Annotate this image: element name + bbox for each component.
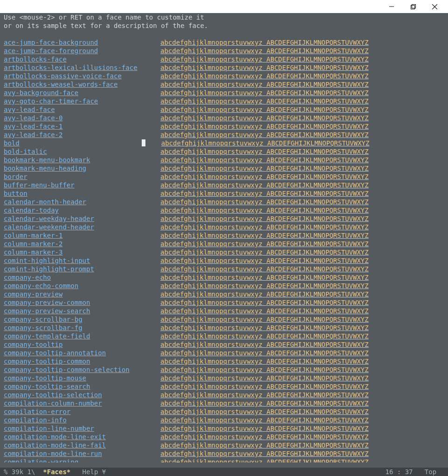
face-name-link[interactable]: comint-highlight-prompt — [4, 265, 160, 273]
face-name-link[interactable]: artbollocks-lexical-illusions-face — [4, 63, 160, 72]
minimize-button[interactable] — [381, 0, 402, 13]
face-sample-link[interactable]: abcdefghijklmnopqrstuvwxyz ABCDEFGHIJKLM… — [160, 324, 369, 332]
face-sample-link[interactable]: abcdefghijklmnopqrstuvwxyz ABCDEFGHIJKLM… — [160, 391, 369, 399]
face-sample-link[interactable]: abcdefghijklmnopqrstuvwxyz ABCDEFGHIJKLM… — [160, 97, 369, 105]
face-name-link[interactable]: company-tooltip-annotation — [4, 349, 160, 357]
face-name-link[interactable]: compilation-warning — [4, 458, 160, 462]
face-name-link[interactable]: company-tooltip — [4, 340, 160, 349]
face-name-link[interactable]: border — [4, 172, 160, 181]
face-sample-link[interactable]: abcdefghijklmnopqrstuvwxyz ABCDEFGHIJKLM… — [160, 248, 369, 256]
face-sample-link[interactable]: abcdefghijklmnopqrstuvwxyz ABCDEFGHIJKLM… — [160, 231, 369, 240]
face-sample-link[interactable]: abcdefghijklmnopqrstuvwxyz ABCDEFGHIJKLM… — [160, 55, 369, 63]
face-sample-link[interactable]: abcdefghijklmnopqrstuvwxyz ABCDEFGHIJKLM… — [160, 223, 369, 231]
face-sample-link[interactable]: abcdefghijklmnopqrstuvwxyz ABCDEFGHIJKLM… — [160, 332, 369, 340]
face-name-link[interactable]: ace-jump-face-background — [4, 38, 160, 47]
face-sample-link[interactable]: abcdefghijklmnopqrstuvwxyz ABCDEFGHIJKLM… — [160, 47, 369, 55]
face-sample-link[interactable]: abcdefghijklmnopqrstuvwxyz ABCDEFGHIJKLM… — [160, 89, 369, 97]
face-sample-link[interactable]: abcdefghijklmnopqrstuvwxyz ABCDEFGHIJKLM… — [160, 315, 369, 324]
face-name-link[interactable]: buffer-menu-buffer — [4, 181, 160, 189]
face-sample-link[interactable]: abcdefghijklmnopqrstuvwxyz ABCDEFGHIJKLM… — [160, 449, 369, 458]
face-name-link[interactable]: compilation-column-number — [4, 399, 160, 407]
face-sample-link[interactable]: abcdefghijklmnopqrstuvwxyz ABCDEFGHIJKLM… — [160, 240, 369, 248]
close-button[interactable] — [424, 0, 445, 13]
face-sample-link[interactable]: abcdefghijklmnopqrstuvwxyz ABCDEFGHIJKLM… — [160, 366, 369, 374]
face-sample-link[interactable]: abcdefghijklmnopqrstuvwxyz ABCDEFGHIJKLM… — [160, 273, 369, 282]
face-sample-link[interactable]: abcdefghijklmnopqrstuvwxyz ABCDEFGHIJKLM… — [160, 416, 369, 424]
face-name-link[interactable]: compilation-error — [4, 407, 160, 416]
face-name-link[interactable]: avy-background-face — [4, 89, 160, 97]
face-sample-link[interactable]: abcdefghijklmnopqrstuvwxyz ABCDEFGHIJKLM… — [160, 72, 369, 80]
face-sample-link[interactable]: abcdefghijklmnopqrstuvwxyz ABCDEFGHIJKLM… — [160, 407, 369, 416]
face-name-link[interactable]: calendar-weekday-header — [4, 214, 160, 223]
face-sample-link[interactable]: abcdefghijklmnopqrstuvwxyz ABCDEFGHIJKLM… — [160, 214, 369, 223]
face-sample-link[interactable]: abcdefghijklmnopqrstuvwxyz ABCDEFGHIJKLM… — [160, 164, 369, 172]
face-sample-link[interactable]: abcdefghijklmnopqrstuvwxyz ABCDEFGHIJKLM… — [160, 458, 369, 462]
face-name-link[interactable]: artbollocks-passive-voice-face — [4, 72, 160, 80]
face-name-link[interactable]: company-tooltip-common — [4, 357, 160, 366]
face-name-link[interactable]: company-tooltip-search — [4, 382, 160, 391]
face-sample-link[interactable]: abcdefghijklmnopqrstuvwxyz ABCDEFGHIJKLM… — [160, 63, 369, 72]
face-sample-link[interactable]: abcdefghijklmnopqrstuvwxyz ABCDEFGHIJKLM… — [160, 105, 369, 114]
face-name-link[interactable]: compilation-info — [4, 416, 160, 424]
face-name-link[interactable]: compilation-mode-line-run — [4, 449, 160, 458]
face-sample-link[interactable]: abcdefghijklmnopqrstuvwxyz ABCDEFGHIJKLM… — [160, 206, 369, 214]
face-name-link[interactable]: calendar-today — [4, 206, 160, 214]
face-sample-link[interactable]: abcdefghijklmnopqrstuvwxyz ABCDEFGHIJKLM… — [160, 147, 369, 156]
face-name-link[interactable]: compilation-mode-line-fail — [4, 441, 160, 449]
face-name-link[interactable]: company-scrollbar-fg — [4, 324, 160, 332]
face-name-link[interactable]: bold-italic — [4, 147, 160, 156]
face-name-link[interactable]: ace-jump-face-foreground — [4, 47, 160, 55]
face-sample-link[interactable]: abcdefghijklmnopqrstuvwxyz ABCDEFGHIJKLM… — [160, 441, 369, 449]
face-name-link[interactable]: column-marker-2 — [4, 240, 160, 248]
faces-buffer[interactable]: Use <mouse-2> or RET on a face name to c… — [0, 13, 448, 462]
face-name-link[interactable]: column-marker-1 — [4, 231, 160, 240]
face-name-link[interactable]: artbollocks-face — [4, 55, 160, 63]
face-sample-link[interactable]: abcdefghijklmnopqrstuvwxyz ABCDEFGHIJKLM… — [160, 114, 369, 122]
face-sample-link[interactable]: abcdefghijklmnopqrstuvwxyz ABCDEFGHIJKLM… — [160, 424, 369, 433]
face-name-link[interactable]: company-tooltip-mouse — [4, 374, 160, 382]
face-sample-link[interactable]: abcdefghijklmnopqrstuvwxyz ABCDEFGHIJKLM… — [160, 181, 369, 189]
face-sample-link[interactable]: abcdefghijklmnopqrstuvwxyz ABCDEFGHIJKLM… — [160, 298, 369, 307]
face-sample-link[interactable]: abcdefghijklmnopqrstuvwxyz ABCDEFGHIJKLM… — [160, 307, 369, 315]
face-name-link[interactable]: avy-lead-face-2 — [4, 131, 160, 139]
face-sample-link[interactable]: abcdefghijklmnopqrstuvwxyz ABCDEFGHIJKLM… — [160, 131, 369, 139]
face-name-link[interactable]: calendar-weekend-header — [4, 223, 160, 231]
face-name-link[interactable]: compilation-line-number — [4, 424, 160, 433]
face-name-link[interactable]: compilation-mode-line-exit — [4, 433, 160, 441]
face-sample-link[interactable]: abcdefghijklmnopqrstuvwxyz ABCDEFGHIJKLM… — [160, 399, 369, 407]
face-sample-link[interactable]: abcdefghijklmnopqrstuvwxyz ABCDEFGHIJKLM… — [161, 139, 370, 147]
face-name-link[interactable]: bookmark-menu-heading — [4, 164, 160, 172]
mode-line[interactable]: % 39k 1\ *Faces* Help ¥ 16 : 37 Top — [0, 468, 448, 476]
face-name-link[interactable]: comint-highlight-input — [4, 256, 160, 265]
face-sample-link[interactable]: abcdefghijklmnopqrstuvwxyz ABCDEFGHIJKLM… — [160, 433, 369, 441]
face-sample-link[interactable]: abcdefghijklmnopqrstuvwxyz ABCDEFGHIJKLM… — [160, 189, 369, 198]
face-name-link[interactable]: avy-lead-face-0 — [4, 114, 160, 122]
face-name-link[interactable]: company-preview-search — [4, 307, 160, 315]
face-name-link[interactable]: avy-lead-face-1 — [4, 122, 160, 131]
face-name-link[interactable]: bold — [4, 139, 142, 147]
face-name-link[interactable]: avy-goto-char-timer-face — [4, 97, 160, 105]
face-name-link[interactable]: company-echo — [4, 273, 160, 282]
face-name-link[interactable]: company-template-field — [4, 332, 160, 340]
maximize-button[interactable] — [402, 0, 424, 13]
face-name-link[interactable]: artbollocks-weasel-words-face — [4, 80, 160, 89]
face-sample-link[interactable]: abcdefghijklmnopqrstuvwxyz ABCDEFGHIJKLM… — [160, 357, 369, 366]
face-sample-link[interactable]: abcdefghijklmnopqrstuvwxyz ABCDEFGHIJKLM… — [160, 80, 369, 89]
face-name-link[interactable]: company-scrollbar-bg — [4, 315, 160, 324]
face-sample-link[interactable]: abcdefghijklmnopqrstuvwxyz ABCDEFGHIJKLM… — [160, 156, 369, 164]
face-sample-link[interactable]: abcdefghijklmnopqrstuvwxyz ABCDEFGHIJKLM… — [160, 382, 369, 391]
face-name-link[interactable]: company-tooltip-common-selection — [4, 366, 160, 374]
face-name-link[interactable]: button — [4, 189, 160, 198]
face-name-link[interactable]: calendar-month-header — [4, 198, 160, 206]
face-name-link[interactable]: company-echo-common — [4, 282, 160, 290]
face-sample-link[interactable]: abcdefghijklmnopqrstuvwxyz ABCDEFGHIJKLM… — [160, 290, 369, 298]
face-sample-link[interactable]: abcdefghijklmnopqrstuvwxyz ABCDEFGHIJKLM… — [160, 172, 369, 181]
face-sample-link[interactable]: abcdefghijklmnopqrstuvwxyz ABCDEFGHIJKLM… — [160, 198, 369, 206]
face-name-link[interactable]: company-tooltip-selection — [4, 391, 160, 399]
face-name-link[interactable]: company-preview-common — [4, 298, 160, 307]
face-sample-link[interactable]: abcdefghijklmnopqrstuvwxyz ABCDEFGHIJKLM… — [160, 38, 369, 47]
face-sample-link[interactable]: abcdefghijklmnopqrstuvwxyz ABCDEFGHIJKLM… — [160, 374, 369, 382]
face-sample-link[interactable]: abcdefghijklmnopqrstuvwxyz ABCDEFGHIJKLM… — [160, 256, 369, 265]
face-sample-link[interactable]: abcdefghijklmnopqrstuvwxyz ABCDEFGHIJKLM… — [160, 349, 369, 357]
face-sample-link[interactable]: abcdefghijklmnopqrstuvwxyz ABCDEFGHIJKLM… — [160, 282, 369, 290]
